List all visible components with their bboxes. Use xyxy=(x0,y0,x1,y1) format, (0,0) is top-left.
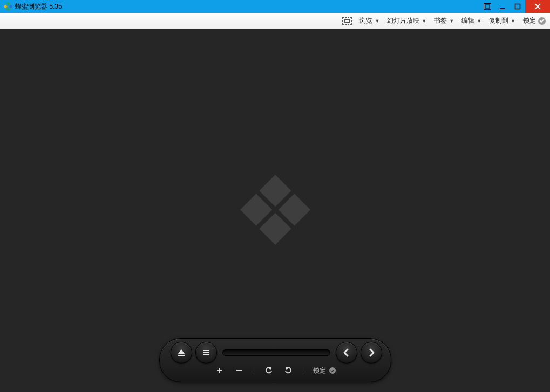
chevron-down-icon: ▼ xyxy=(511,18,515,24)
slideshow-label: 幻灯片放映 xyxy=(387,16,419,25)
bookmark-label: 书签 xyxy=(434,16,447,25)
fullscreen-button[interactable] xyxy=(480,0,495,13)
svg-rect-15 xyxy=(178,355,185,356)
chevron-down-icon: ▼ xyxy=(477,18,481,24)
svg-rect-0 xyxy=(6,2,10,6)
svg-rect-2 xyxy=(4,4,8,8)
rotate-ccw-button[interactable] xyxy=(264,366,274,375)
svg-rect-7 xyxy=(515,4,520,9)
minimize-button[interactable] xyxy=(495,0,510,13)
check-circle-icon xyxy=(538,17,546,25)
svg-rect-4 xyxy=(484,4,491,10)
svg-rect-17 xyxy=(203,352,209,353)
next-button[interactable] xyxy=(361,342,382,363)
copyto-label: 复制到 xyxy=(489,16,508,25)
chevron-down-icon: ▼ xyxy=(449,18,454,24)
control-panel: 锁定 xyxy=(159,338,391,382)
browse-label: 浏览 xyxy=(359,16,372,25)
edit-menu[interactable]: 编辑 ▼ xyxy=(461,16,481,25)
svg-marker-14 xyxy=(178,349,185,354)
bookmark-menu[interactable]: 书签 ▼ xyxy=(434,16,454,25)
panel-lock-label: 锁定 xyxy=(313,366,326,375)
viewer-watermark-icon xyxy=(235,169,316,252)
zoom-out-button[interactable] xyxy=(234,366,244,375)
fit-window-icon xyxy=(342,17,352,25)
lock-label: 锁定 xyxy=(523,16,536,25)
control-panel-row-main xyxy=(171,342,380,363)
browse-menu[interactable]: 浏览 ▼ xyxy=(359,16,379,25)
copyto-menu[interactable]: 复制到 ▼ xyxy=(489,16,515,25)
toolbar: 浏览 ▼ 幻灯片放映 ▼ 书签 ▼ 编辑 ▼ 复制到 ▼ 锁定 xyxy=(0,13,550,29)
chevron-down-icon: ▼ xyxy=(375,18,379,24)
close-button[interactable] xyxy=(525,0,550,13)
check-circle-icon xyxy=(329,367,336,374)
fit-window-button[interactable] xyxy=(342,17,352,25)
prev-button[interactable] xyxy=(336,342,357,363)
maximize-button[interactable] xyxy=(510,0,525,13)
slideshow-menu[interactable]: 幻灯片放映 ▼ xyxy=(387,16,426,25)
app-title: 蜂蜜浏览器 5.35 xyxy=(15,2,62,11)
eject-button[interactable] xyxy=(171,342,192,363)
svg-rect-18 xyxy=(203,354,209,355)
image-viewer[interactable]: 锁定 xyxy=(0,29,550,392)
app-logo-icon xyxy=(3,2,13,11)
separator xyxy=(303,367,303,374)
position-slider[interactable] xyxy=(222,349,330,356)
rotate-cw-button[interactable] xyxy=(283,366,293,375)
svg-rect-1 xyxy=(9,4,12,8)
panel-lock-toggle[interactable]: 锁定 xyxy=(313,366,336,375)
lock-toggle[interactable]: 锁定 xyxy=(523,16,546,25)
svg-rect-16 xyxy=(203,350,209,351)
svg-rect-5 xyxy=(485,5,490,8)
titlebar: 蜂蜜浏览器 5.35 xyxy=(0,0,550,13)
control-panel-row-secondary: 锁定 xyxy=(171,366,380,375)
chevron-down-icon: ▼ xyxy=(422,18,426,24)
separator xyxy=(254,367,254,374)
edit-label: 编辑 xyxy=(461,16,474,25)
zoom-in-button[interactable] xyxy=(215,366,225,375)
menu-button[interactable] xyxy=(195,342,217,363)
svg-rect-3 xyxy=(6,7,10,11)
